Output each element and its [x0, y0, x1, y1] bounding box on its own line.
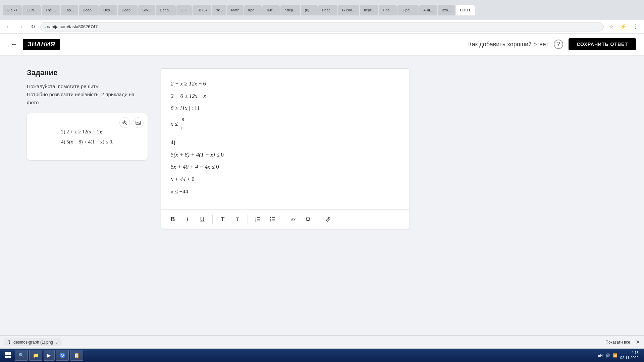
tab-c[interactable]: C ← [176, 5, 192, 15]
extensions-button[interactable]: ⚡ [619, 22, 628, 32]
forward-button[interactable]: → [16, 22, 25, 32]
tab-per[interactable]: г пер... [280, 5, 300, 15]
svg-point-16 [270, 219, 271, 220]
download-expand-icon: ⌄ [55, 340, 58, 345]
taskbar-item-chrome[interactable] [56, 350, 69, 361]
taskbar-item-3[interactable]: ▶ [44, 350, 55, 361]
tab-the[interactable]: The ... [42, 5, 60, 15]
back-button[interactable]: ← [4, 22, 13, 32]
editor-container: 2 + x ≥ 12x − 6 2 + 6 ≥ 12x − x 8 ≥ 11x … [161, 68, 409, 229]
tab-fb[interactable]: FB (5) [193, 5, 211, 15]
bookmark-button[interactable]: ☆ [606, 22, 616, 32]
taskbar-date: 02.11.2022 [620, 355, 639, 360]
header-center: Как добавить хороший ответ ? СОХРАНИТЬ О… [60, 38, 636, 50]
tab-roas[interactable]: Роас... [318, 5, 338, 15]
task-label: Задание [27, 68, 148, 77]
text-normal-button[interactable]: T [217, 213, 229, 225]
start-button[interactable] [1, 349, 15, 361]
download-icon: ↧ [7, 340, 11, 345]
show-all-button[interactable]: Показати все [603, 339, 633, 346]
task-description: Пожалуйста, помогите решить! Потрібно ро… [27, 82, 148, 107]
fraction-8-11: 8 11 [180, 116, 185, 133]
tab-deep2[interactable]: Deep... [118, 5, 138, 15]
link-button[interactable] [322, 213, 334, 225]
svg-rect-21 [8, 356, 11, 358]
image-preview: 2) 2 + x ≥ 12(x − 1); 4) 5(x + 8) + 4(1 … [27, 113, 148, 160]
tab-tys[interactable]: Тыс... [262, 5, 280, 15]
editor-panel: 2 + x ≥ 12x − 6 2 + 6 ≥ 12x − x 8 ≥ 11x … [161, 68, 409, 348]
tab-deep3[interactable]: Deep... [156, 5, 175, 15]
ordered-list-button[interactable]: 1 2 3 [252, 213, 264, 225]
taskbar-network-icon: 📶 [613, 353, 618, 358]
tab-tao[interactable]: Тао... [61, 5, 78, 15]
math-image-line1: 2) 2 + x ≥ 12(x − 1); [61, 129, 102, 134]
logo-container: ЗНАНИЯ [23, 39, 60, 50]
taskbar-items: 🔍 📁 ▶ 📋 [15, 350, 594, 361]
tab-sinc[interactable]: SINC [138, 5, 155, 15]
download-filename: desmos-graph (1).png [13, 340, 53, 345]
editor-line-1: 2 + x ≥ 12x − 6 [171, 79, 399, 89]
text-small-button[interactable]: T [231, 213, 244, 225]
tab-onl[interactable]: Онл... [22, 5, 41, 15]
logo-box: ЗНАНИЯ [23, 39, 60, 50]
unordered-list-button[interactable] [267, 213, 279, 225]
download-bar: ↧ desmos-graph (1).png ⌄ Показати все ✕ [0, 335, 644, 349]
tab-vho[interactable]: Вхо... [438, 5, 455, 15]
toolbar-sep-4 [318, 215, 318, 224]
editor-content[interactable]: 2 + x ≥ 12x − 6 2 + 6 ≥ 12x − x 8 ≥ 11x … [161, 69, 409, 209]
back-button[interactable]: ← [8, 38, 20, 50]
editor-line-7: x + 44 ≤ 0 [171, 174, 399, 185]
left-panel: Задание Пожалуйста, помогите решить! Пот… [27, 68, 148, 348]
reload-button[interactable]: ↻ [28, 22, 38, 32]
underline-button[interactable]: U [196, 213, 208, 225]
toolbar-sep-2 [248, 215, 248, 224]
main-content: Задание Пожалуйста, помогите решить! Пот… [0, 55, 644, 362]
tab-ran[interactable]: G ран... [397, 5, 419, 15]
svg-point-15 [270, 217, 271, 218]
zoom-button[interactable] [119, 117, 130, 128]
app-header: ← ЗНАНИЯ Как добавить хороший ответ ? СО… [0, 34, 644, 55]
address-bar[interactable] [40, 22, 604, 32]
how-to-text: Как добавить хороший ответ [468, 41, 548, 48]
italic-button[interactable]: I [181, 213, 194, 225]
tab-vert[interactable]: верт... [360, 5, 378, 15]
browser-tab-bar: G e - Г Онл... The ... Тао... Deep... De… [0, 0, 644, 20]
svg-rect-20 [5, 356, 8, 358]
tab-and[interactable]: Анд... [419, 5, 437, 15]
tab-coot[interactable]: COOT [456, 5, 475, 15]
logo-text: ЗНАНИЯ [28, 41, 55, 48]
close-download-button[interactable]: ✕ [636, 339, 640, 345]
tab-soo[interactable]: G соо... [338, 5, 359, 15]
tab-g[interactable]: G e - Г [3, 5, 22, 15]
download-item: ↧ desmos-graph (1).png ⌄ [4, 338, 62, 346]
tab-pre[interactable]: Пре... [379, 5, 397, 15]
tab-deep1[interactable]: Deep... [79, 5, 99, 15]
editor-line-5: 5(x + 8) + 4(1 − x) ≤ 0 [171, 150, 399, 160]
editor-line-8: x ≤ −44 [171, 187, 399, 197]
bold-button[interactable]: B [167, 213, 179, 225]
editor-line-2: 2 + 6 ≥ 12x − x [171, 91, 399, 102]
taskbar-lang: EN [598, 353, 603, 357]
taskbar-item-1[interactable]: 🔍 [15, 350, 28, 361]
taskbar-item-4[interactable]: 📋 [70, 350, 83, 361]
image-button[interactable] [133, 117, 144, 128]
svg-rect-18 [5, 352, 8, 355]
taskbar-item-2[interactable]: 📁 [29, 350, 42, 361]
svg-rect-19 [8, 352, 11, 355]
tab-math[interactable]: Math [227, 5, 243, 15]
omega-button[interactable]: Ω [302, 213, 314, 225]
save-button[interactable]: СОХРАНИТЬ ОТВЕТ [569, 38, 636, 50]
taskbar-volume-icon: 🔊 [605, 353, 610, 358]
tab-8[interactable]: (8) ... [301, 5, 318, 15]
math-image-content: 2) 2 + x ≥ 12(x − 1); 4) 5(x + 8) + 4(1 … [61, 127, 113, 147]
menu-button[interactable]: ⋮ [631, 22, 640, 32]
svg-text:3: 3 [255, 220, 257, 222]
sqrt-button[interactable]: √x [287, 213, 299, 225]
tab-des[interactable]: Des... [99, 5, 117, 15]
help-icon[interactable]: ? [554, 40, 563, 49]
taskbar-tray: EN 🔊 📶 4:13 02.11.2022 [594, 350, 643, 361]
tab-a6[interactable]: *a*6 [212, 5, 227, 15]
taskbar-clock: 4:13 02.11.2022 [620, 350, 639, 361]
taskbar: 🔍 📁 ▶ 📋 EN 🔊 📶 4:13 02.11.2022 [0, 349, 644, 362]
tab-kro[interactable]: Кро... [244, 5, 262, 15]
